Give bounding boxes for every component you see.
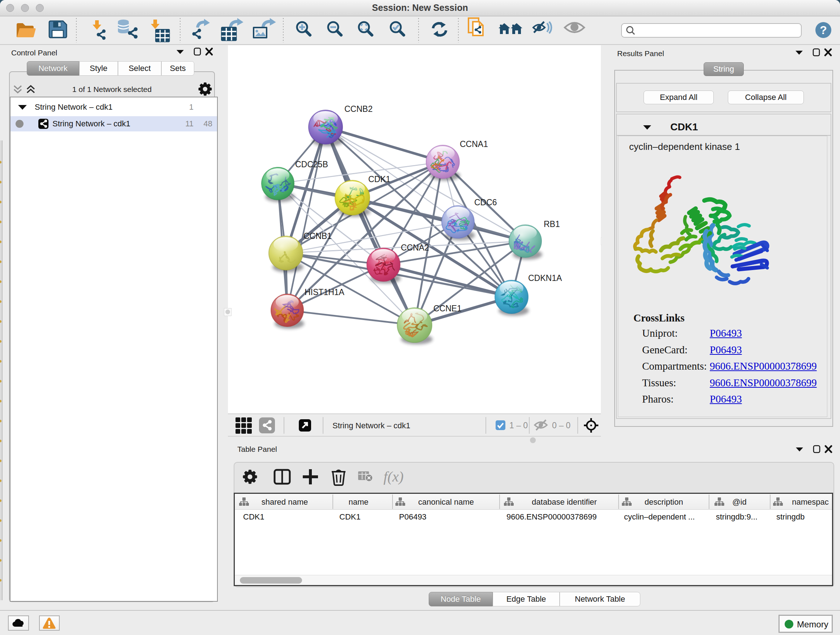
svg-text:CDC25B: CDC25B bbox=[295, 160, 328, 169]
svg-text:HIST1H1A: HIST1H1A bbox=[305, 287, 345, 297]
svg-text:CDC6: CDC6 bbox=[474, 198, 497, 207]
svg-text:0 – 0: 0 – 0 bbox=[552, 421, 570, 430]
svg-text:1 – 0: 1 – 0 bbox=[509, 421, 528, 430]
svg-text:CCNA1: CCNA1 bbox=[460, 139, 488, 149]
svg-text:CCNB2: CCNB2 bbox=[344, 104, 373, 114]
svg-text:CCNB1: CCNB1 bbox=[303, 231, 332, 241]
svg-text:CDKN1A: CDKN1A bbox=[528, 273, 562, 283]
svg-text:name: name bbox=[348, 497, 368, 507]
svg-text:shared name: shared name bbox=[262, 497, 308, 507]
svg-text:f(x): f(x) bbox=[384, 469, 404, 485]
svg-text:description: description bbox=[645, 497, 683, 507]
svg-text:@id: @id bbox=[732, 497, 746, 507]
svg-text:CCNA2: CCNA2 bbox=[401, 243, 429, 252]
svg-text:canonical name: canonical name bbox=[418, 497, 474, 507]
svg-text:CDK1: CDK1 bbox=[368, 174, 390, 184]
svg-text:namespac: namespac bbox=[792, 497, 829, 507]
svg-text:String Network – cdk1: String Network – cdk1 bbox=[332, 421, 410, 430]
svg-text:CCNE1: CCNE1 bbox=[433, 304, 462, 313]
svg-text:RB1: RB1 bbox=[544, 219, 560, 229]
svg-text:database identifier: database identifier bbox=[532, 497, 597, 507]
